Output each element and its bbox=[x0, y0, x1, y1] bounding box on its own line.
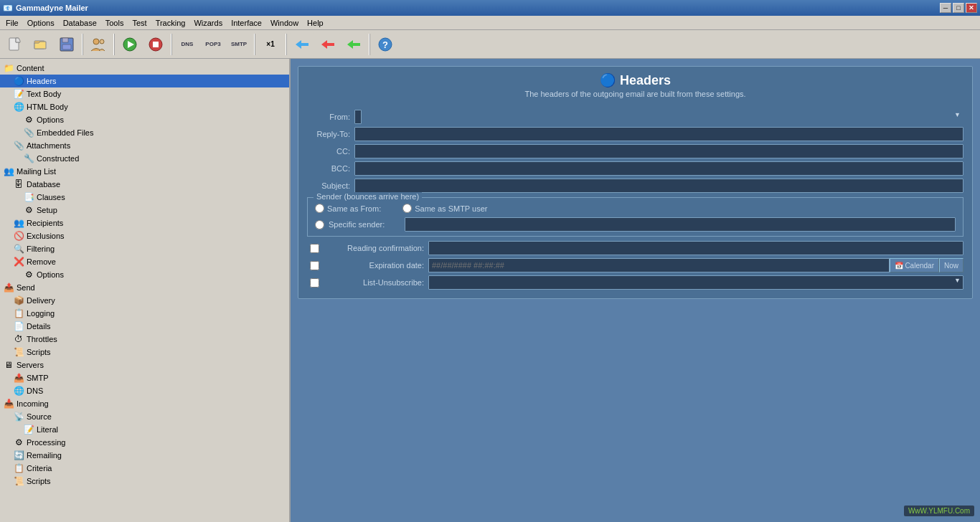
tree-exclusions[interactable]: 🚫 Exclusions bbox=[0, 229, 289, 242]
tree-database[interactable]: 🗄 Database bbox=[0, 178, 289, 191]
tree-incoming[interactable]: 📥 Incoming bbox=[0, 397, 289, 410]
list-unsubscribe-select[interactable] bbox=[428, 275, 963, 290]
from-select[interactable] bbox=[354, 110, 362, 124]
menu-test[interactable]: Test bbox=[128, 17, 151, 29]
tree-dns[interactable]: 🌐 DNS bbox=[0, 384, 289, 397]
reading-confirmation-checkbox[interactable] bbox=[310, 244, 319, 253]
headers-form: From: Reply-To: CC: BCC: bbox=[298, 104, 972, 298]
tree-source[interactable]: 📡 Source bbox=[0, 410, 289, 423]
reply-to-input[interactable] bbox=[354, 127, 963, 141]
dns-button[interactable]: DNS bbox=[175, 32, 199, 57]
track-arrow2[interactable] bbox=[316, 32, 340, 57]
now-button[interactable]: Now bbox=[939, 258, 963, 272]
tree-scripts2[interactable]: 📜 Scripts bbox=[0, 475, 289, 488]
tree-delivery[interactable]: 📦 Delivery bbox=[0, 294, 289, 307]
list-unsubscribe-checkbox[interactable] bbox=[310, 278, 319, 288]
specific-sender-radio[interactable] bbox=[315, 220, 324, 229]
filtering-icon: 🔍 bbox=[13, 243, 24, 255]
tree-smtp[interactable]: 📤 SMTP bbox=[0, 371, 289, 384]
reading-confirmation-input[interactable] bbox=[428, 241, 963, 255]
menu-help[interactable]: Help bbox=[303, 17, 328, 29]
options-icon: ⚙ bbox=[23, 114, 34, 125]
expiration-date-input[interactable] bbox=[428, 258, 890, 272]
track-arrow1[interactable] bbox=[290, 32, 314, 57]
tree-text-body[interactable]: 📝 Text Body bbox=[0, 87, 289, 100]
tree-criteria[interactable]: 📋 Criteria bbox=[0, 462, 289, 475]
smtp-button[interactable]: SMTP bbox=[227, 32, 251, 57]
specific-sender-input[interactable] bbox=[405, 217, 956, 232]
menu-interface[interactable]: Interface bbox=[227, 17, 266, 29]
toolbar-recipients[interactable] bbox=[86, 32, 110, 57]
tree-options[interactable]: ⚙ Options bbox=[0, 113, 289, 126]
calendar-label: Calendar bbox=[905, 262, 934, 270]
menu-database[interactable]: Database bbox=[59, 17, 101, 29]
tree-logging[interactable]: 📋 Logging bbox=[0, 307, 289, 320]
bcc-input[interactable] bbox=[354, 161, 963, 176]
tree-constructed[interactable]: 🔧 Constructed bbox=[0, 152, 289, 165]
x1-button[interactable]: ×1 bbox=[258, 32, 283, 57]
menu-file[interactable]: File bbox=[1, 17, 23, 29]
calendar-button[interactable]: 📅 Calendar bbox=[890, 258, 939, 272]
stop-button[interactable] bbox=[143, 32, 168, 57]
menu-window[interactable]: Window bbox=[266, 17, 303, 29]
same-as-from-radio[interactable] bbox=[315, 204, 324, 213]
tree-send[interactable]: 📤 Send bbox=[0, 281, 289, 294]
list-unsubscribe-select-wrapper bbox=[428, 275, 963, 290]
details-label: Details bbox=[27, 322, 51, 331]
bcc-label: BCC: bbox=[307, 164, 350, 173]
tree-recipients[interactable]: 👥 Recipients bbox=[0, 217, 289, 229]
sender-group-box: Sender (bounces arrive here) Same as Fro… bbox=[307, 197, 963, 237]
tree-throttles[interactable]: ⏱ Throttles bbox=[0, 333, 289, 346]
cc-input[interactable] bbox=[354, 144, 963, 158]
text-body-label: Text Body bbox=[27, 90, 61, 98]
tree-mailing-list[interactable]: 👥 Mailing List bbox=[0, 165, 289, 178]
cc-row: CC: bbox=[307, 144, 963, 158]
subject-input[interactable] bbox=[354, 179, 963, 193]
menu-tools[interactable]: Tools bbox=[101, 17, 128, 29]
same-as-from-radio-label[interactable]: Same as From: bbox=[315, 204, 381, 213]
tree-servers[interactable]: 🖥 Servers bbox=[0, 359, 289, 371]
remailing-icon: 🔄 bbox=[13, 450, 24, 461]
menu-tracking[interactable]: Tracking bbox=[151, 17, 190, 29]
track-arrow3[interactable] bbox=[341, 32, 366, 57]
same-as-smtp-radio-label[interactable]: Same as SMTP user bbox=[402, 204, 487, 213]
tree-filtering[interactable]: 🔍 Filtering bbox=[0, 242, 289, 255]
expiration-date-checkbox[interactable] bbox=[310, 261, 319, 270]
tree-remailing[interactable]: 🔄 Remailing bbox=[0, 449, 289, 462]
close-button[interactable]: ✕ bbox=[966, 3, 977, 13]
maximize-button[interactable]: □ bbox=[953, 3, 964, 13]
details-icon: 📄 bbox=[13, 321, 24, 332]
save-button[interactable] bbox=[55, 32, 79, 57]
title-bar-title: 📧 Gammadyne Mailer bbox=[3, 4, 88, 13]
mailing-list-icon: 👥 bbox=[3, 166, 14, 177]
menu-options[interactable]: Options bbox=[23, 17, 59, 29]
constructed-label: Constructed bbox=[37, 154, 79, 163]
tree-remove[interactable]: ❌ Remove bbox=[0, 255, 289, 268]
open-button[interactable] bbox=[29, 32, 53, 57]
same-as-smtp-radio[interactable] bbox=[402, 204, 412, 213]
tree-options2[interactable]: ⚙ Options bbox=[0, 268, 289, 281]
tree-literal[interactable]: 📝 Literal bbox=[0, 423, 289, 436]
throttles-label: Throttles bbox=[27, 335, 57, 343]
literal-label: Literal bbox=[37, 425, 58, 434]
tree-processing[interactable]: ⚙ Processing bbox=[0, 436, 289, 449]
tree-setup[interactable]: ⚙ Setup bbox=[0, 204, 289, 217]
help-button[interactable]: ? bbox=[373, 32, 397, 57]
tree-headers[interactable]: 🔵 Headers bbox=[0, 75, 289, 87]
remove-icon: ❌ bbox=[13, 256, 24, 267]
calendar-icon: 📅 bbox=[895, 262, 903, 270]
expiration-date-label: Expiration date: bbox=[324, 261, 424, 270]
new-button[interactable] bbox=[3, 32, 27, 57]
tree-details[interactable]: 📄 Details bbox=[0, 320, 289, 333]
pop3-button[interactable]: POP3 bbox=[201, 32, 225, 57]
tree-clauses[interactable]: 📑 Clauses bbox=[0, 191, 289, 204]
minimize-button[interactable]: ─ bbox=[940, 3, 951, 13]
menu-wizards[interactable]: Wizards bbox=[189, 17, 227, 29]
tree-attachments[interactable]: 📎 Attachments bbox=[0, 139, 289, 152]
tree-html-body[interactable]: 🌐 HTML Body bbox=[0, 100, 289, 113]
tree-content[interactable]: 📁 Content bbox=[0, 62, 289, 75]
smtp-icon: 📤 bbox=[13, 372, 24, 384]
tree-scripts[interactable]: 📜 Scripts bbox=[0, 346, 289, 359]
run-button[interactable] bbox=[118, 32, 142, 57]
tree-embedded-files[interactable]: 📎 Embedded Files bbox=[0, 126, 289, 139]
